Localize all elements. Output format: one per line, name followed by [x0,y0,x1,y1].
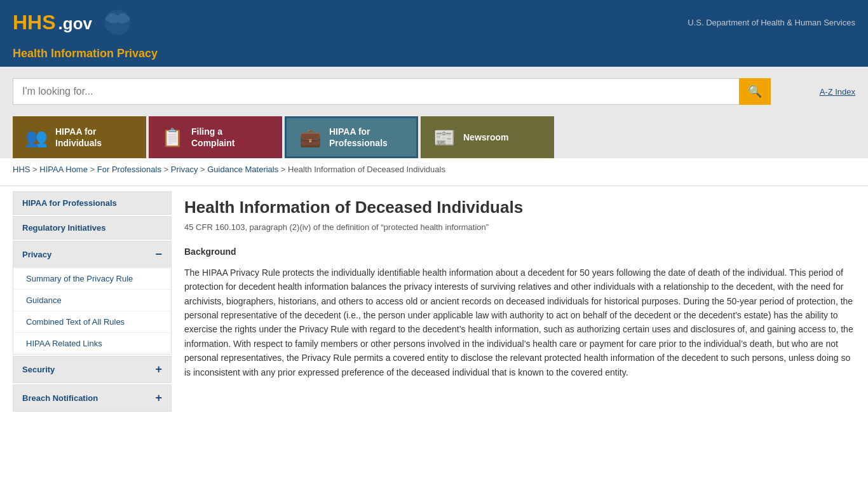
gov-text: .gov [58,14,92,34]
hhs-text: HHS [13,11,56,34]
sidebar-item-hipaa-professionals: HIPAA for Professionals [13,191,172,215]
subheader: Health Information Privacy [0,46,868,67]
az-index-link[interactable]: A-Z Index [820,87,855,97]
sidebar-breach-header[interactable]: Breach Notification + [13,385,171,411]
breadcrumb: HHS > HIPAA Home > For Professionals > P… [0,158,868,180]
newsroom-icon: 📰 [433,127,456,148]
sidebar-security-label: Security [22,365,55,374]
search-box-wrap: 🔍 [13,78,771,105]
nav-newsroom-label: Newsroom [463,132,509,143]
search-button[interactable]: 🔍 [739,78,771,105]
site-subtitle: Health Information Privacy [13,47,158,60]
nav-professionals-label: HIPAA forProfessionals [329,126,388,149]
individuals-icon: 👥 [25,127,48,148]
sidebar-guidance[interactable]: Guidance [13,289,171,311]
sidebar-item-breach: Breach Notification + [13,384,172,412]
content-subtitle: 45 CFR 160.103, paragraph (2)(iv) of the… [184,222,855,232]
sidebar-privacy-toggle: − [155,248,162,261]
sidebar-hipaa-professionals-header[interactable]: HIPAA for Professionals [13,192,171,214]
nav-buttons: 👥 HIPAA forIndividuals 📋 Filing aComplai… [0,116,868,158]
header: HHS .gov U.S. Department of Health & Hum… [0,0,868,46]
nav-filing-complaint[interactable]: 📋 Filing aComplaint [149,116,282,158]
sidebar-hipaa-professionals-label: HIPAA for Professionals [22,198,117,208]
eagle-icon [98,6,137,38]
nav-hipaa-professionals[interactable]: 💼 HIPAA forProfessionals [285,116,418,158]
complaint-icon: 📋 [161,127,184,148]
content-paragraph: The HIPAA Privacy Rule protects the indi… [184,266,855,379]
breadcrumb-for-professionals[interactable]: For Professionals [97,165,161,174]
sidebar-item-privacy: Privacy − Summary of the Privacy Rule Gu… [13,241,172,355]
background-heading: Background [184,245,855,259]
breadcrumb-privacy[interactable]: Privacy [171,165,198,174]
site-logo[interactable]: HHS .gov [13,11,92,34]
content-area: Health Information of Deceased Individua… [184,191,855,413]
sidebar-item-security: Security + [13,356,172,383]
page-title: Health Information of Deceased Individua… [184,198,855,217]
search-area: 🔍 A-Z Index [0,67,868,116]
sidebar-privacy-label: Privacy [22,250,51,259]
sidebar-reg-initiatives-label: Regulatory Initiatives [22,223,105,233]
sidebar-breach-toggle: + [155,391,162,405]
sidebar-security-header[interactable]: Security + [13,356,171,383]
professionals-icon: 💼 [299,127,322,148]
department-name: U.S. Department of Health & Human Servic… [688,18,855,27]
sidebar-combined-text[interactable]: Combined Text of All Rules [13,311,171,332]
content-body: Background The HIPAA Privacy Rule protec… [184,245,855,379]
main-layout: HIPAA for Professionals Regulatory Initi… [0,191,868,413]
nav-hipaa-individuals[interactable]: 👥 HIPAA forIndividuals [13,116,146,158]
breadcrumb-hipaa-home[interactable]: HIPAA Home [39,165,88,174]
sidebar-summary-privacy-rule[interactable]: Summary of the Privacy Rule [13,268,171,289]
sidebar-hipaa-related-links[interactable]: HIPAA Related Links [13,332,171,354]
breadcrumb-hhs[interactable]: HHS [13,165,30,174]
search-input[interactable] [13,78,739,105]
sidebar-breach-label: Breach Notification [22,393,98,403]
nav-individuals-label: HIPAA forIndividuals [55,126,102,149]
sidebar-item-reg-initiatives: Regulatory Initiatives [13,216,172,240]
sidebar-privacy-header[interactable]: Privacy − [13,241,171,268]
sidebar-security-toggle: + [155,363,162,376]
sidebar-reg-initiatives-header[interactable]: Regulatory Initiatives [13,217,171,239]
nav-complaint-label: Filing aComplaint [191,126,234,149]
breadcrumb-guidance-materials[interactable]: Guidance Materials [207,165,278,174]
sidebar: HIPAA for Professionals Regulatory Initi… [13,191,172,413]
nav-newsroom[interactable]: 📰 Newsroom [421,116,554,158]
